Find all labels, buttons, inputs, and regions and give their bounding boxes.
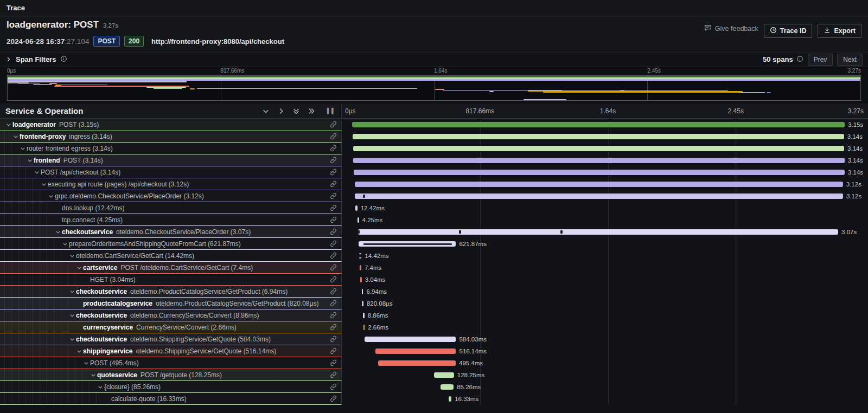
span-link-icon[interactable] (330, 145, 337, 152)
span-bar[interactable] (355, 193, 843, 199)
expand-chevron-icon[interactable] (61, 241, 69, 247)
span-row[interactable]: loadgenerator POST (3.15s) 3.15s (0, 119, 868, 131)
span-link-icon[interactable] (330, 359, 337, 366)
expand-chevron-icon[interactable] (103, 396, 111, 402)
expand-chevron-icon[interactable] (47, 193, 55, 199)
span-bar[interactable] (441, 384, 454, 390)
expand-one-icon[interactable] (277, 107, 285, 115)
span-link-icon[interactable] (330, 324, 337, 331)
span-link-icon[interactable] (330, 395, 337, 402)
span-bar[interactable] (360, 277, 362, 282)
span-row[interactable]: POST (495.4ms) 495.4ms (0, 357, 868, 369)
collapse-one-icon[interactable] (262, 107, 270, 115)
span-link-icon[interactable] (330, 252, 337, 259)
expand-chevron-icon[interactable] (75, 301, 83, 306)
expand-chevron-icon[interactable] (75, 325, 83, 330)
span-link-icon[interactable] (330, 204, 337, 211)
expand-chevron-icon[interactable] (68, 313, 76, 318)
span-link-icon[interactable] (330, 383, 337, 390)
expand-all-icon[interactable] (308, 107, 315, 115)
span-row[interactable]: quoteservice POST /getquote (128.25ms) 1… (0, 369, 868, 381)
span-bar[interactable] (365, 337, 456, 342)
span-bar[interactable] (362, 289, 363, 294)
expand-chevron-icon[interactable] (40, 182, 48, 187)
span-row[interactable]: frontend POST (3.14s) 3.14s (0, 154, 868, 166)
expand-chevron-icon[interactable] (68, 289, 76, 294)
span-row[interactable]: oteldemo.CartService/GetCart (14.42ms) 1… (0, 250, 868, 262)
span-row[interactable]: POST /api/checkout (3.14s) 3.14s (0, 166, 868, 178)
span-link-icon[interactable] (330, 228, 337, 235)
span-row[interactable]: checkoutservice oteldemo.ShippingService… (0, 333, 868, 345)
expand-chevron-icon[interactable] (4, 122, 12, 127)
span-row[interactable]: cartservice POST /oteldemo.CartService/G… (0, 262, 868, 274)
span-row[interactable]: checkoutservice oteldemo.CurrencyService… (0, 309, 868, 321)
span-link-icon[interactable] (330, 300, 337, 307)
expand-chevron-icon[interactable] (68, 253, 76, 259)
span-link-icon[interactable] (330, 288, 337, 295)
span-link-icon[interactable] (330, 121, 337, 128)
span-link-icon[interactable] (330, 371, 337, 378)
span-bar[interactable] (355, 205, 358, 211)
span-bar[interactable] (358, 229, 838, 235)
span-row[interactable]: {closure} (85.26ms) 85.26ms (0, 381, 868, 393)
span-row[interactable]: prepareOrderItemsAndShippingQuoteFromCar… (0, 238, 868, 250)
span-bar[interactable] (358, 217, 359, 223)
expand-chevron-icon[interactable] (54, 229, 62, 235)
span-bar[interactable] (449, 396, 451, 402)
span-link-icon[interactable] (330, 169, 337, 176)
span-row[interactable]: productcatalogservice oteldemo.ProductCa… (0, 298, 868, 309)
span-link-icon[interactable] (330, 276, 337, 283)
span-row[interactable]: executing api route (pages) /api/checkou… (0, 178, 868, 190)
span-link-icon[interactable] (330, 157, 337, 164)
span-bar[interactable] (434, 372, 454, 378)
span-link-icon[interactable] (330, 180, 337, 188)
expand-chevron-icon[interactable] (11, 134, 20, 139)
span-link-icon[interactable] (330, 335, 337, 343)
span-row[interactable]: grpc.oteldemo.CheckoutService/PlaceOrder… (0, 190, 868, 202)
span-bar[interactable] (359, 253, 361, 259)
collapse-all-icon[interactable] (292, 107, 300, 115)
span-bar[interactable] (353, 134, 844, 139)
span-bar[interactable] (352, 122, 845, 127)
span-bar[interactable] (363, 313, 365, 318)
span-bar[interactable] (362, 301, 363, 306)
span-link-icon[interactable] (330, 240, 337, 247)
span-filters-toggle[interactable]: Span Filters (5, 55, 67, 64)
info-circle-icon[interactable] (60, 55, 67, 64)
expand-chevron-icon[interactable] (82, 277, 90, 282)
span-bar[interactable] (360, 265, 361, 270)
span-row[interactable]: currencyservice CurrencyService/Convert … (0, 321, 868, 333)
expand-chevron-icon[interactable] (33, 170, 41, 175)
span-link-icon[interactable] (330, 216, 337, 223)
span-row[interactable]: shippingservice oteldemo.ShippingService… (0, 345, 868, 357)
span-link-icon[interactable] (330, 133, 337, 140)
trace-id-button[interactable]: Trace ID (764, 24, 813, 38)
export-button[interactable]: Export (818, 24, 861, 38)
span-row[interactable]: checkoutservice oteldemo.CheckoutService… (0, 226, 868, 238)
minimap-viewport[interactable] (7, 75, 861, 101)
span-bar[interactable] (354, 170, 845, 175)
span-link-icon[interactable] (330, 347, 337, 354)
expand-chevron-icon[interactable] (18, 146, 27, 151)
expand-chevron-icon[interactable] (75, 349, 83, 354)
expand-chevron-icon[interactable] (82, 360, 90, 366)
span-link-icon[interactable] (330, 312, 337, 319)
info-circle-icon[interactable] (796, 55, 803, 64)
expand-chevron-icon[interactable] (54, 217, 62, 223)
give-feedback-button[interactable]: Give feedback (704, 24, 758, 33)
span-bar[interactable] (355, 182, 843, 187)
expand-chevron-icon[interactable] (89, 372, 97, 378)
span-bar[interactable] (363, 325, 365, 330)
span-row[interactable]: calculate-quote (16.33ms) 16.33ms (0, 393, 868, 405)
span-link-icon[interactable] (330, 192, 337, 199)
expand-chevron-icon[interactable] (68, 337, 76, 342)
span-bar[interactable] (359, 241, 456, 247)
span-bar[interactable] (353, 146, 844, 151)
prev-span-button[interactable]: Prev (808, 54, 833, 66)
span-bar[interactable] (375, 349, 456, 354)
span-row[interactable]: router frontend egress (3.14s) 3.14s (0, 143, 868, 154)
span-link-icon[interactable] (330, 264, 337, 271)
span-bar[interactable] (353, 158, 844, 163)
expand-chevron-icon[interactable] (96, 384, 104, 390)
span-row[interactable]: HGET (3.04ms) 3.04ms (0, 274, 868, 286)
